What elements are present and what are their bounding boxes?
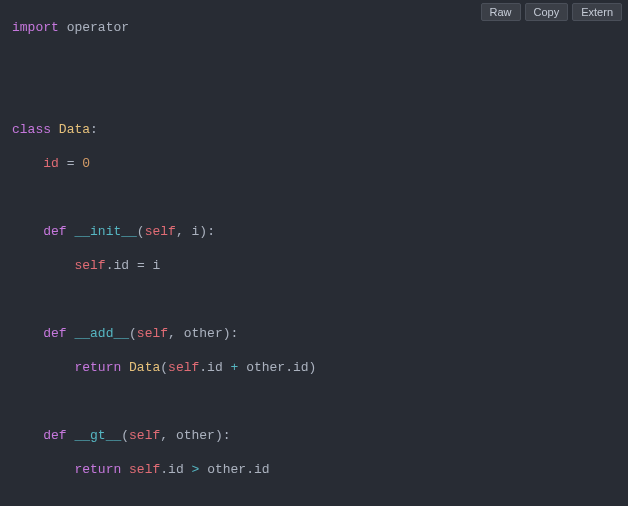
- class-ref-data: Data: [129, 360, 160, 375]
- op-gt: >: [192, 462, 200, 477]
- keyword-class: class: [12, 122, 51, 137]
- op-plus: +: [231, 360, 239, 375]
- module-operator: operator: [67, 20, 129, 35]
- assign-op: =: [67, 156, 75, 171]
- attr-id: id: [113, 258, 129, 273]
- keyword-import: import: [12, 20, 59, 35]
- code-toolbar: Raw Copy Extern: [481, 3, 623, 21]
- param-self: self: [145, 224, 176, 239]
- keyword-def: def: [43, 224, 66, 239]
- method-init: __init__: [74, 224, 136, 239]
- current-line-highlight: [0, 393, 628, 410]
- code-view[interactable]: import operator class Data: id = 0 def _…: [0, 0, 628, 506]
- colon: :: [90, 122, 98, 137]
- keyword-return: return: [74, 360, 121, 375]
- num-zero: 0: [82, 156, 90, 171]
- param-other: other: [184, 326, 223, 341]
- self-ref: self: [74, 258, 105, 273]
- raw-button[interactable]: Raw: [481, 3, 521, 21]
- keyword-def: def: [43, 326, 66, 341]
- copy-button[interactable]: Copy: [525, 3, 569, 21]
- var-i: i: [153, 258, 161, 273]
- method-add: __add__: [74, 326, 129, 341]
- extern-button[interactable]: Extern: [572, 3, 622, 21]
- attr-id: id: [43, 156, 59, 171]
- keyword-def: def: [43, 428, 66, 443]
- method-gt: __gt__: [74, 428, 121, 443]
- class-name-data: Data: [59, 122, 90, 137]
